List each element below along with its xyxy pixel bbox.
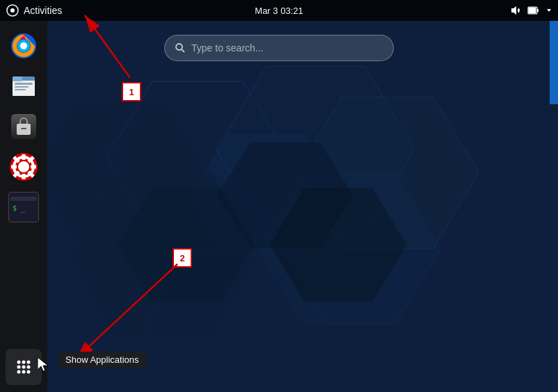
svg-point-13 [10, 8, 15, 13]
svg-rect-26 [15, 89, 26, 90]
svg-rect-44 [10, 197, 37, 201]
topbar: Activities Mar 3 03:21 [0, 0, 558, 21]
svg-point-50 [22, 366, 26, 369]
svg-point-21 [20, 42, 27, 49]
topbar-right [511, 5, 552, 16]
activities-label[interactable]: Activities [24, 5, 62, 16]
annotation-box-2: 2 [173, 248, 192, 268]
dock: $ _ [0, 21, 47, 392]
svg-line-18 [182, 49, 184, 52]
activities-icon [6, 3, 19, 17]
search-container [164, 35, 394, 61]
help-icon [8, 152, 39, 182]
search-bar[interactable] [164, 35, 394, 61]
dock-item-software[interactable] [6, 108, 42, 145]
software-icon [8, 111, 39, 142]
svg-rect-24 [15, 83, 33, 85]
svg-point-53 [22, 370, 26, 374]
svg-text:$ _: $ _ [13, 204, 26, 213]
svg-rect-27 [13, 76, 22, 81]
dock-item-files[interactable] [6, 68, 42, 104]
annotation-box-1: 1 [122, 82, 141, 101]
svg-rect-31 [21, 128, 26, 129]
svg-point-52 [17, 370, 21, 374]
files-icon [8, 71, 39, 101]
volume-icon [511, 5, 522, 16]
search-icon [175, 42, 186, 54]
search-input[interactable] [191, 42, 372, 54]
dock-item-firefox[interactable] [6, 28, 42, 64]
topbar-left: Activities [6, 3, 62, 17]
terminal-icon-inner: $ _ [8, 192, 39, 222]
svg-point-49 [17, 366, 21, 369]
dock-item-show-apps[interactable] [6, 349, 42, 385]
desktop [0, 21, 558, 392]
dock-item-terminal[interactable]: $ _ [6, 189, 42, 225]
show-apps-tooltip: Show Applications [58, 352, 146, 368]
battery-icon [527, 6, 540, 15]
svg-point-46 [17, 361, 21, 364]
svg-rect-16 [529, 8, 536, 13]
topbar-dropdown-icon[interactable] [545, 7, 552, 14]
svg-point-17 [176, 44, 182, 50]
right-panel-hint [550, 21, 558, 104]
svg-rect-25 [15, 86, 29, 88]
dock-item-help[interactable] [6, 149, 42, 185]
svg-point-48 [27, 361, 31, 364]
show-apps-grid-icon [14, 357, 33, 377]
svg-point-54 [27, 370, 31, 374]
svg-point-47 [22, 361, 26, 364]
firefox-icon [8, 31, 39, 61]
svg-point-51 [27, 366, 31, 369]
topbar-datetime: Mar 3 03:21 [255, 6, 303, 16]
